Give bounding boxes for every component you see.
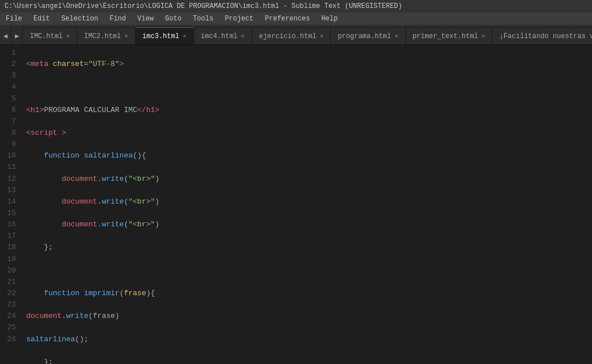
menu-selection[interactable]: Selection (56, 14, 104, 24)
line-numbers: 1 2 3 4 5 6 7 8 9 10 11 12 13 14 15 16 1… (0, 45, 22, 364)
close-icon[interactable]: × (125, 33, 129, 40)
tab-imc2[interactable]: IMC2.html × (77, 27, 135, 44)
menu-file[interactable]: File (0, 14, 28, 24)
close-icon[interactable]: × (183, 33, 187, 40)
menu-project[interactable]: Project (219, 14, 259, 24)
menu-preferences[interactable]: Preferences (259, 14, 315, 24)
close-icon[interactable]: × (482, 33, 486, 40)
tab-primer[interactable]: primer_text.html × (406, 27, 493, 44)
menu-find[interactable]: Find (104, 14, 131, 24)
tab-programa[interactable]: programa.html × (331, 27, 405, 44)
menu-edit[interactable]: Edit (28, 14, 56, 24)
code-area: 1 2 3 4 5 6 7 8 9 10 11 12 13 14 15 16 1… (0, 45, 592, 364)
tab-facilitando[interactable]: ¡Facilitando nuestras vidas!.html × (492, 27, 592, 44)
menu-help[interactable]: Help (316, 14, 344, 24)
tab-imc4[interactable]: imc4.html × (194, 27, 252, 44)
close-icon[interactable]: × (320, 33, 324, 40)
menu-view[interactable]: View (131, 14, 159, 24)
tab-nav-left[interactable]: ◀ (0, 27, 11, 44)
tab-imc3[interactable]: imc3.html × (135, 27, 194, 44)
tab-bar: ◀ ▶ IMC.html × IMC2.html × imc3.html × i… (0, 25, 592, 45)
tab-nav-right[interactable]: ▶ (11, 27, 23, 44)
title-text: C:\Users\angel\OneDrive\Escritorio\LOGIC… (5, 2, 402, 10)
close-icon[interactable]: × (66, 33, 70, 40)
close-icon[interactable]: × (241, 33, 245, 40)
menu-bar: File Edit Selection Find View Goto Tools… (0, 13, 592, 25)
code-content[interactable]: <meta charset="UTF-8"> <h1>PROGRAMA CALC… (22, 45, 592, 364)
menu-goto[interactable]: Goto (159, 14, 187, 24)
tab-ejercicio[interactable]: ejercicio.html × (252, 27, 331, 44)
menu-tools[interactable]: Tools (187, 14, 219, 24)
title-bar: C:\Users\angel\OneDrive\Escritorio\LOGIC… (0, 0, 592, 13)
close-icon[interactable]: × (394, 33, 398, 40)
tab-imc[interactable]: IMC.html × (23, 27, 77, 44)
